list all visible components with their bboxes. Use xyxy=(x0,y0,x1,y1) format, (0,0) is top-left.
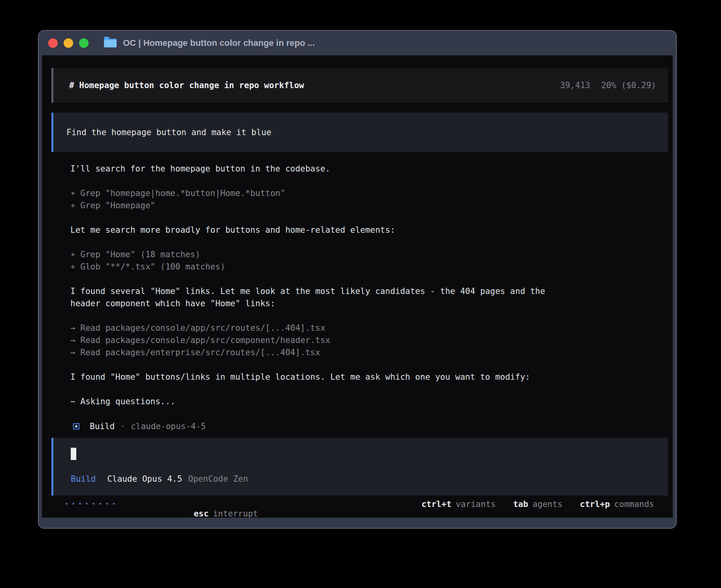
agent-square-icon xyxy=(73,423,79,430)
session-stats: 39,413 20% ($0.29) xyxy=(560,81,656,90)
transcript-line xyxy=(70,236,668,249)
transcript-line: ~ Asking questions... xyxy=(70,396,668,408)
transcript-line xyxy=(70,383,668,396)
transcript-line: I'll search for the homepage button in t… xyxy=(70,163,668,175)
session-title: # Homepage button color change in repo w… xyxy=(69,81,304,90)
shortcut-label: agents xyxy=(532,499,562,509)
agent-status-row: Build · claude-opus-4-5 xyxy=(51,420,668,432)
shortcut-hint: escinterrupt xyxy=(194,509,258,518)
minimize-button[interactable] xyxy=(64,38,73,48)
transcript-line xyxy=(70,175,668,187)
transcript-line xyxy=(70,310,668,322)
shortcut-key: esc xyxy=(194,509,209,518)
agent-name: Build xyxy=(90,422,115,431)
window-titlebar[interactable]: OC | Homepage button color change in rep… xyxy=(39,31,676,55)
transcript-line: Let me search more broadly for buttons a… xyxy=(70,224,668,236)
shortcut-label: interrupt xyxy=(213,509,258,518)
terminal-content: # Homepage button color change in repo w… xyxy=(42,55,673,518)
separator-dot: · xyxy=(120,422,125,431)
folder-icon xyxy=(104,39,117,47)
shortcut-key: ctrl+p xyxy=(580,499,610,509)
window-title: OC | Homepage button color change in rep… xyxy=(123,38,315,48)
shortcut-key: tab xyxy=(513,499,528,509)
user-message-text: Find the homepage button and make it blu… xyxy=(66,128,271,137)
terminal-window: OC | Homepage button color change in rep… xyxy=(38,30,677,529)
spinner-dots-icon: •••••••• xyxy=(65,501,119,508)
transcript-line: ∗ Grep "Home" (18 matches) xyxy=(70,249,668,261)
shortcut-key: ctrl+t xyxy=(421,499,451,509)
transcript-line: ∗ Grep "homepage|home.*button|Home.*butt… xyxy=(70,187,668,200)
transcript-line xyxy=(70,212,668,224)
shortcut-hint: tabagents xyxy=(513,499,562,509)
agent-model-id: claude-opus-4-5 xyxy=(131,422,206,431)
transcript-line: → Read packages/console/app/src/routes/[… xyxy=(70,322,668,334)
assistant-transcript: I'll search for the homepage button in t… xyxy=(51,163,668,408)
transcript-line: I found several "Home" links. Let me loo… xyxy=(70,285,668,298)
zoom-button[interactable] xyxy=(79,38,89,48)
close-button[interactable] xyxy=(48,38,58,48)
transcript-line: I found "Home" buttons/links in multiple… xyxy=(70,371,668,383)
user-message: Find the homepage button and make it blu… xyxy=(51,113,668,152)
context-cost: 20% ($0.29) xyxy=(601,81,656,90)
shortcut-hint: ctrl+pcommands xyxy=(580,499,654,509)
token-count: 39,413 xyxy=(560,81,590,90)
status-shortcuts-left: escinterrupt xyxy=(119,481,258,518)
transcript-line xyxy=(70,359,668,371)
traffic-lights xyxy=(48,38,94,48)
input-agent-label[interactable]: Build xyxy=(71,474,96,484)
transcript-line: header component which have "Home" links… xyxy=(70,298,668,310)
transcript-line: → Read packages/console/app/src/componen… xyxy=(70,334,668,347)
shortcut-label: variants xyxy=(456,499,496,509)
shortcut-label: commands xyxy=(614,499,654,509)
transcript-line: ∗ Grep "Homepage" xyxy=(70,200,668,212)
text-cursor xyxy=(71,448,76,460)
status-bar: •••••••• escinterrupt ctrl+tvariants tab… xyxy=(51,498,668,510)
session-header: # Homepage button color change in repo w… xyxy=(51,68,668,103)
transcript-line: ∗ Glob "**/*.tsx" (100 matches) xyxy=(70,261,668,273)
shortcut-hint: ctrl+tvariants xyxy=(421,499,496,509)
transcript-line: → Read packages/enterprise/src/routes/[.… xyxy=(70,347,668,359)
transcript-line xyxy=(70,273,668,285)
window-bottom-bar xyxy=(39,518,676,528)
status-shortcuts-right: ctrl+tvariants tabagents ctrl+pcommands xyxy=(404,499,654,509)
desktop: OC | Homepage button color change in rep… xyxy=(0,0,721,588)
